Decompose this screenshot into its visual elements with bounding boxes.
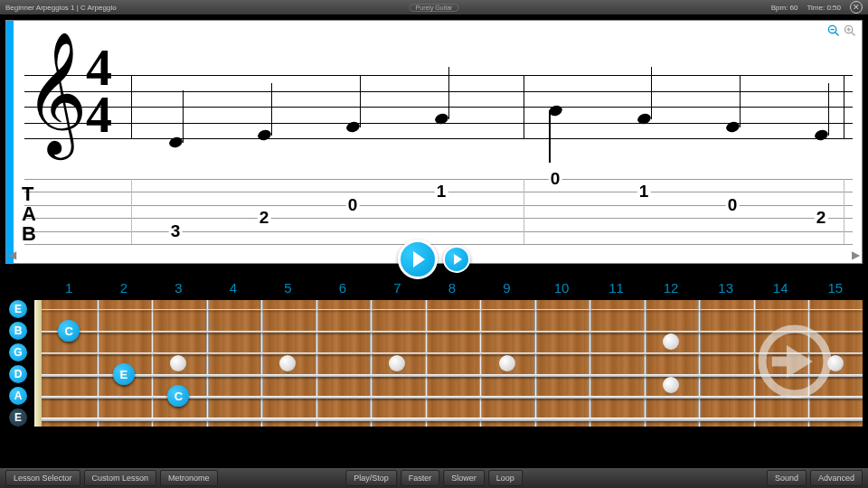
top-bar: Beginner Arpeggios 1 | C Arpeggio Purely… [0,0,868,14]
finger-dot: C [58,320,80,342]
fret-number: 8 [448,280,456,296]
fret-number: 14 [773,280,788,296]
score-panel: 𝄞 4 4 TAB32010102 ◀ ▶ [5,20,863,264]
time-label: Time: 0:50 [807,4,842,12]
sound-button[interactable]: Sound [767,470,807,486]
playhead-bar [6,21,14,263]
open-string-label: G [9,343,27,361]
open-string-label: E [9,300,27,318]
fret-number: 1 [65,280,72,296]
finger-dot: C [167,385,189,407]
tab-clef-letter: B [22,222,36,246]
fret-number: 12 [664,280,679,296]
fret-number: 7 [393,280,401,296]
note [726,122,740,132]
open-string-label: D [9,365,27,383]
note [435,114,448,124]
note [815,130,828,140]
scroll-left-icon[interactable]: ◀ [8,249,16,261]
brand-badge: Purely Guitar [410,4,459,12]
fret-number: 13 [718,280,733,296]
custom-lesson-button[interactable]: Custom Lesson [84,470,157,486]
fret-number: 3 [175,280,182,296]
bpm-label: Bpm: 60 [771,4,798,12]
fret-number: 2 [120,280,127,296]
svg-line-1 [835,32,838,35]
nut [34,300,42,427]
zoom-in-button[interactable] [844,24,856,41]
fret-number: 6 [339,280,346,296]
svg-rect-9 [772,357,792,367]
note [258,130,271,140]
tab-fret-number: 0 [549,169,562,189]
fretboard: EBGDAE CEC [5,300,863,427]
fret-numbers: 123456789101112131415 [5,280,863,298]
open-string-label: E [9,408,27,427]
music-staff: 𝄞 4 4 [24,57,853,156]
tab-fret-number: 1 [637,182,651,202]
play-button[interactable] [398,239,438,279]
tab-fret-number: 0 [726,195,740,215]
fret-number: 11 [609,280,624,296]
tab-fret-number: 2 [258,208,271,228]
tab-fret-number: 1 [435,182,448,202]
open-string-label: B [9,322,27,340]
note [346,122,360,132]
fret-number: 15 [827,280,843,296]
note [637,114,651,124]
slower-button[interactable]: Slower [443,470,485,486]
treble-clef-icon: 𝄞 [24,41,88,147]
lesson-title: Beginner Arpeggios 1 | C Arpeggio [5,4,117,12]
fret-number: 4 [230,280,237,296]
play-stop-button[interactable]: Play/Stop [345,470,397,486]
note [169,137,183,147]
fret-number: 5 [284,280,291,296]
play-small-button[interactable] [443,246,470,273]
advanced-button[interactable]: Advanced [810,470,863,486]
tablature: TAB32010102 [24,179,853,244]
svg-line-4 [851,32,854,35]
metronome-button[interactable]: Metronome [160,470,218,486]
close-button[interactable]: ✕ [850,1,863,14]
tab-fret-number: 0 [346,195,360,215]
open-string-label: A [9,387,27,405]
bottom-bar: Lesson SelectorCustom LessonMetronome Pl… [0,468,868,488]
loop-button[interactable]: Loop [488,470,523,486]
scroll-right-icon[interactable]: ▶ [852,249,860,261]
finger-dot: E [113,363,135,385]
zoom-out-button[interactable] [827,24,840,41]
note [549,106,562,116]
fret-number: 10 [554,280,570,296]
faster-button[interactable]: Faster [401,470,440,486]
next-arrow-icon[interactable] [754,321,835,406]
lesson-selector-button[interactable]: Lesson Selector [5,470,80,486]
fret-number: 9 [503,280,510,296]
tab-fret-number: 3 [169,221,183,241]
tab-fret-number: 2 [815,208,828,228]
